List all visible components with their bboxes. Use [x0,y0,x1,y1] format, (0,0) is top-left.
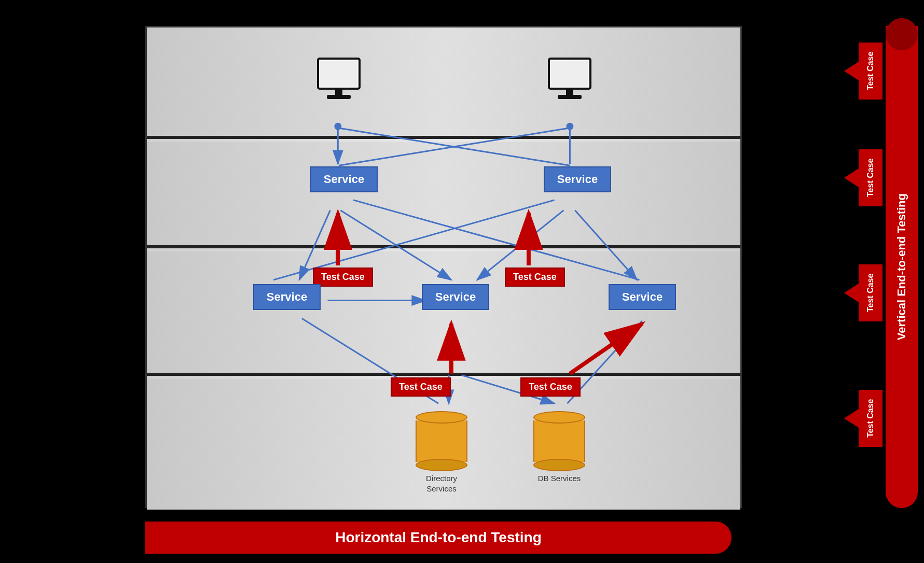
service-box-5: Service [609,284,676,310]
service-box-4: Service [422,284,489,310]
diagram-area: Service Service Test Case Test Case Serv… [145,26,742,508]
vertical-bar-container: Vertical End-to-end Testing [886,26,918,508]
monitor-left-icon [315,56,362,105]
service-box-2: Service [544,166,611,192]
test-case-box-2: Test Case [505,268,565,287]
side-test-case-2-container: Test Case [844,149,882,206]
horizontal-bar-label: Horizontal End-to-end Testing [335,529,542,546]
arrow-left-4 [844,409,859,428]
directory-services-label: DirectoryServices [426,473,457,494]
svg-rect-30 [558,95,582,99]
row-band-2 [147,142,740,248]
side-test-case-4-container: Test Case [844,390,882,447]
test-case-box-1: Test Case [313,268,373,287]
vertical-bar-label: Vertical End-to-end Testing [895,193,908,340]
arrow-left-1 [844,62,859,80]
row-band-1 [147,27,740,139]
test-case-box-3: Test Case [391,377,451,397]
side-tc-4: Test Case [859,390,882,447]
svg-rect-28 [551,61,588,87]
test-case-box-4: Test Case [520,377,581,397]
svg-rect-26 [327,95,351,99]
main-container: Service Service Test Case Test Case Serv… [0,0,924,563]
horizontal-bar: Horizontal End-to-end Testing [145,522,732,554]
svg-rect-29 [566,89,573,96]
side-test-case-3-container: Test Case [844,264,882,321]
side-tc-1: Test Case [859,43,882,100]
arrow-left-2 [844,168,859,187]
directory-services-db: DirectoryServices [416,411,467,494]
side-tc-2: Test Case [859,149,882,206]
arrow-left-3 [844,284,859,302]
service-box-1: Service [310,166,378,192]
db-services-db: DB Services [533,411,585,484]
service-box-3: Service [253,284,321,310]
side-test-case-1-container: Test Case [844,43,882,100]
svg-rect-25 [335,89,342,96]
side-tc-3: Test Case [859,264,882,321]
monitor-right-icon [546,56,593,105]
row-band-3 [147,251,740,376]
svg-rect-24 [320,61,357,87]
db-services-label: DB Services [538,473,581,484]
vertical-bar-cap [886,18,918,50]
vertical-bar: Vertical End-to-end Testing [886,26,918,508]
